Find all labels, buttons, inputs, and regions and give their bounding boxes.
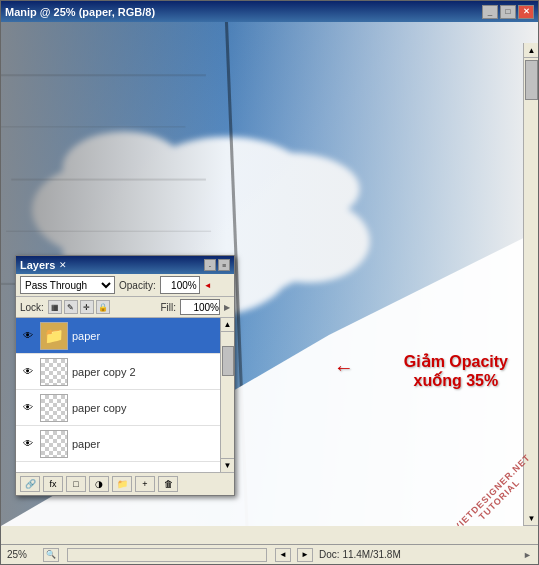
title-bar-buttons: _ □ ✕ — [482, 5, 534, 19]
layers-min-button[interactable]: - — [204, 259, 216, 271]
eye-icon[interactable]: 👁 — [20, 436, 36, 452]
horizontal-scrollbar[interactable] — [67, 548, 267, 562]
layers-title-btns: - ≡ — [204, 259, 230, 271]
blend-row: Pass Through Opacity: ◄ — [16, 274, 234, 297]
annotation: ← Giảm Opacity xuống 35% — [404, 352, 508, 390]
zoom-level: 25% — [7, 549, 37, 560]
svg-rect-17 — [6, 231, 211, 232]
layer-item[interactable]: 👁 paper copy 2 — [16, 354, 234, 390]
zoom-icon[interactable]: 🔍 — [43, 548, 59, 562]
layer-thumbnail — [40, 430, 68, 458]
delete-layer-button[interactable]: 🗑 — [158, 476, 178, 492]
layer-style-button[interactable]: fx — [43, 476, 63, 492]
scroll-up-button[interactable]: ▲ — [524, 43, 538, 58]
opacity-input[interactable] — [160, 276, 200, 294]
doc-info: Doc: 11.4M/31.8M — [319, 549, 517, 560]
svg-rect-16 — [11, 179, 206, 181]
status-arrow-icon[interactable]: ► — [523, 550, 532, 560]
layer-thumbnail: 📁 — [40, 322, 68, 350]
layers-list[interactable]: 👁 📁 paper 👁 paper copy 2 👁 paper copy — [16, 318, 234, 473]
layers-menu-button[interactable]: ≡ — [218, 259, 230, 271]
window-title: Manip @ 25% (paper, RGB/8) — [5, 6, 155, 18]
layers-titlebar: Layers ✕ - ≡ — [16, 256, 234, 274]
svg-rect-15 — [1, 126, 185, 127]
layers-tab-x: ✕ — [59, 260, 67, 270]
lock-transparency-button[interactable]: ▦ — [48, 300, 62, 314]
lock-label: Lock: — [20, 302, 44, 313]
mask-button[interactable]: □ — [66, 476, 86, 492]
layer-item[interactable]: 👁 paper copy — [16, 390, 234, 426]
status-bar: 25% 🔍 ◄ ► Doc: 11.4M/31.8M ► — [1, 544, 538, 564]
layers-panel: Layers ✕ - ≡ Pass Through Opacity: ◄ L — [15, 255, 235, 496]
lock-paint-button[interactable]: ✎ — [64, 300, 78, 314]
layer-name: paper copy 2 — [72, 366, 230, 378]
title-bar: Manip @ 25% (paper, RGB/8) _ □ ✕ — [1, 1, 538, 22]
layers-title: Layers — [20, 259, 55, 271]
lock-row: Lock: ▦ ✎ ✛ 🔒 Fill: ▶ — [16, 297, 234, 318]
eye-icon[interactable]: 👁 — [20, 364, 36, 380]
svg-rect-14 — [1, 74, 206, 76]
opacity-arrow-icon: ◄ — [204, 281, 212, 290]
scroll-right-button[interactable]: ► — [297, 548, 313, 562]
annotation-line1: Giảm Opacity — [404, 352, 508, 371]
scroll-left-button[interactable]: ◄ — [275, 548, 291, 562]
layer-thumbnail — [40, 394, 68, 422]
layer-name: paper — [72, 330, 230, 342]
lock-all-button[interactable]: 🔒 — [96, 300, 110, 314]
layers-scrollbar: ▲ ▼ — [220, 318, 234, 472]
scroll-thumb-v[interactable] — [525, 60, 538, 100]
annotation-arrow: ← — [334, 356, 354, 379]
fill-arrow-icon: ▶ — [224, 303, 230, 312]
lock-icons: ▦ ✎ ✛ 🔒 — [48, 300, 110, 314]
layer-item[interactable]: 👁 paper — [16, 426, 234, 462]
layer-thumbnail — [40, 358, 68, 386]
main-window: Manip @ 25% (paper, RGB/8) _ □ ✕ — [0, 0, 539, 565]
fill-input[interactable] — [180, 299, 220, 315]
blend-mode-select[interactable]: Pass Through — [20, 276, 115, 294]
maximize-button[interactable]: □ — [500, 5, 516, 19]
lock-move-button[interactable]: ✛ — [80, 300, 94, 314]
layers-toolbar: 🔗 fx □ ◑ 📁 + 🗑 — [16, 473, 234, 495]
scroll-up-button[interactable]: ▲ — [221, 318, 234, 332]
canvas-area: ← Giảm Opacity xuống 35% VIETDESIGNER.NE… — [1, 22, 538, 526]
opacity-label: Opacity: — [119, 280, 156, 291]
layer-name: paper — [72, 438, 230, 450]
annotation-line2: xuống 35% — [404, 371, 508, 390]
scroll-down-button[interactable]: ▼ — [221, 458, 234, 472]
scroll-down-button[interactable]: ▼ — [524, 511, 538, 526]
layer-name: paper copy — [72, 402, 230, 414]
adjustment-button[interactable]: ◑ — [89, 476, 109, 492]
eye-icon[interactable]: 👁 — [20, 328, 36, 344]
link-layers-button[interactable]: 🔗 — [20, 476, 40, 492]
eye-icon[interactable]: 👁 — [20, 400, 36, 416]
new-layer-button[interactable]: + — [135, 476, 155, 492]
close-button[interactable]: ✕ — [518, 5, 534, 19]
fill-label: Fill: — [160, 302, 176, 313]
layer-item[interactable]: 👁 📁 paper — [16, 318, 234, 354]
scroll-thumb[interactable] — [222, 346, 234, 376]
new-group-button[interactable]: 📁 — [112, 476, 132, 492]
minimize-button[interactable]: _ — [482, 5, 498, 19]
